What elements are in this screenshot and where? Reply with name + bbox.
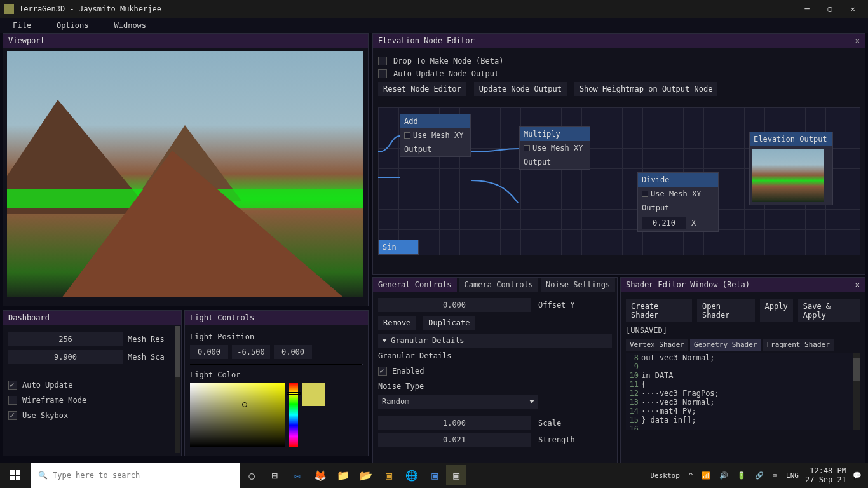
auto-update-checkbox[interactable] xyxy=(8,381,17,390)
close-button[interactable]: ✕ xyxy=(841,0,864,18)
menu-windows[interactable]: Widnows xyxy=(107,20,153,31)
battery-icon[interactable]: 🔋 xyxy=(735,471,749,480)
app-taskbar-icon[interactable]: ▣ xyxy=(446,465,466,485)
firefox-icon[interactable]: 🦊 xyxy=(309,463,332,488)
node-elevation-output[interactable]: Elevation Output xyxy=(749,132,833,205)
auto-update-node-checkbox[interactable] xyxy=(378,69,387,78)
light-panel: Light Controls Light Position 0.000 -6.5… xyxy=(184,310,369,456)
node-editor-close-icon[interactable]: ✕ xyxy=(855,36,860,45)
color-hue-slider[interactable] xyxy=(289,383,298,447)
controls-tabs: General Controls Camera Controls Noise S… xyxy=(373,278,617,292)
reset-node-button[interactable]: Reset Node Editor xyxy=(378,82,466,96)
save-apply-shader-button[interactable]: Save & Apply xyxy=(798,299,860,322)
start-button[interactable] xyxy=(0,463,31,488)
chevron-down-icon xyxy=(382,339,387,342)
light-x-input[interactable]: 0.000 xyxy=(190,345,228,359)
clock[interactable]: 12:48 PM 27-Sep-21 xyxy=(805,466,846,485)
strength-input[interactable]: 0.021 xyxy=(378,433,531,447)
search-placeholder: Type here to search xyxy=(53,471,140,480)
mail-icon[interactable]: ✉ xyxy=(286,463,309,488)
dashboard-panel: Dashboard 256 Mesh Res 9.900 Mesh Sca Au… xyxy=(3,310,182,456)
tab-camera[interactable]: Camera Controls xyxy=(459,278,538,292)
show-heightmap-button[interactable]: Show Heightmap on Output Node xyxy=(574,82,718,96)
skybox-checkbox[interactable] xyxy=(8,411,17,420)
open-shader-button[interactable]: Open Shader xyxy=(697,299,755,322)
node-mul-title: Multiply xyxy=(520,127,590,141)
update-node-button[interactable]: Update Node Output xyxy=(474,82,567,96)
sync-icon[interactable]: 🔗 xyxy=(752,471,766,480)
granular-label: Granular Details xyxy=(378,351,612,360)
node-divide[interactable]: Divide Use Mesh XY Output 0.210X xyxy=(637,172,719,232)
explorer-icon[interactable]: 📁 xyxy=(332,463,355,488)
node-div-x-button[interactable]: X xyxy=(691,219,696,227)
node-div-usemesh-check[interactable] xyxy=(642,191,648,197)
tab-fragment-shader[interactable]: Fragment Shader xyxy=(763,339,833,351)
node-add-usemesh-check[interactable] xyxy=(404,132,410,139)
folder-icon[interactable]: 📂 xyxy=(355,463,377,488)
noise-type-select[interactable]: Random xyxy=(378,395,538,409)
drop-make-node-checkbox[interactable] xyxy=(378,57,387,65)
cortana-icon[interactable]: ○ xyxy=(240,463,263,488)
tab-vertex-shader[interactable]: Vertex Shader xyxy=(626,339,688,351)
node-graph[interactable]: Add Use Mesh XY Output Multiply Use Mesh… xyxy=(378,107,860,255)
enabled-checkbox[interactable] xyxy=(378,367,387,376)
node-sin[interactable]: Sin xyxy=(378,240,419,255)
apply-shader-button[interactable]: Apply xyxy=(760,299,793,322)
mesh-scale-label: Mesh Sca xyxy=(128,353,165,362)
wifi-icon[interactable]: 📶 xyxy=(699,471,713,480)
node-div-value[interactable]: 0.210 xyxy=(642,217,686,229)
granular-header[interactable]: Granular Details xyxy=(378,334,612,348)
node-out-preview xyxy=(752,149,824,202)
menu-file[interactable]: File xyxy=(6,20,37,31)
tab-noise[interactable]: Noise Settings xyxy=(541,278,615,292)
node-editor-title: Elevation Node Editor xyxy=(378,36,475,45)
title-bar: TerraGen3D - Jaysmito Mukherjee ─ ▢ ✕ xyxy=(0,0,868,18)
remove-button[interactable]: Remove xyxy=(378,316,416,330)
color-satval-picker[interactable] xyxy=(190,383,285,447)
task-view-icon[interactable]: ⊞ xyxy=(263,463,286,488)
volume-icon[interactable]: 🔊 xyxy=(717,471,731,480)
light-z-input[interactable]: 0.000 xyxy=(274,345,312,359)
node-multiply[interactable]: Multiply Use Mesh XY Output xyxy=(519,126,590,170)
taskbar-search[interactable]: 🔍 Type here to search xyxy=(31,463,240,488)
create-shader-button[interactable]: Create Shader xyxy=(626,299,692,322)
terminal-icon[interactable]: ▣ xyxy=(423,463,446,488)
duplicate-button[interactable]: Duplicate xyxy=(423,316,475,330)
wireframe-checkbox[interactable] xyxy=(8,396,17,405)
enabled-label: Enabled xyxy=(392,367,424,376)
menu-options[interactable]: Options xyxy=(50,20,95,31)
shader-close-icon[interactable]: ✕ xyxy=(855,280,860,289)
dashboard-scrollbar[interactable] xyxy=(175,326,180,453)
viewport-panel: Viewport xyxy=(3,33,369,306)
offset-y-input[interactable]: 0.000 xyxy=(378,298,531,312)
tab-geometry-shader[interactable]: Geometry Shader xyxy=(690,339,761,351)
notifications-icon[interactable]: 💬 xyxy=(850,471,864,480)
app-icon xyxy=(4,4,14,14)
desktop-label[interactable]: Desktop xyxy=(648,471,682,480)
lang-indicator[interactable]: ENG xyxy=(783,471,801,480)
search-icon: 🔍 xyxy=(38,471,48,480)
code-editor[interactable]: 8out vec3 Normal;910in DATA11{12····vec3… xyxy=(626,353,860,430)
light-y-input[interactable]: -6.500 xyxy=(232,345,270,359)
strength-label: Strength xyxy=(538,435,575,444)
maximize-button[interactable]: ▢ xyxy=(818,0,841,18)
auto-update-label: Auto Update xyxy=(22,381,72,390)
code-scrollbar[interactable] xyxy=(853,353,860,430)
keyboard-icon[interactable]: ⌨ xyxy=(770,471,780,480)
chrome-icon[interactable]: 🌐 xyxy=(400,463,423,488)
tray-chevron-icon[interactable]: ^ xyxy=(686,471,696,480)
tab-general[interactable]: General Controls xyxy=(373,278,457,292)
mesh-res-input[interactable]: 256 xyxy=(8,332,123,346)
node-div-title: Divide xyxy=(638,173,718,187)
mesh-res-label: Mesh Res xyxy=(128,335,165,344)
minimize-button[interactable]: ─ xyxy=(796,0,818,18)
node-add[interactable]: Add Use Mesh XY Output xyxy=(400,114,471,157)
node-sin-title: Sin xyxy=(379,240,418,254)
skybox-label: Use Skybox xyxy=(22,411,68,420)
viewport-render[interactable] xyxy=(7,51,363,297)
node-mul-usemesh-check[interactable] xyxy=(524,145,530,151)
sublime-icon[interactable]: ▣ xyxy=(377,463,400,488)
scale-input[interactable]: 1.000 xyxy=(378,416,531,430)
mesh-scale-input[interactable]: 9.900 xyxy=(8,350,123,364)
scale-label: Scale xyxy=(538,419,561,428)
